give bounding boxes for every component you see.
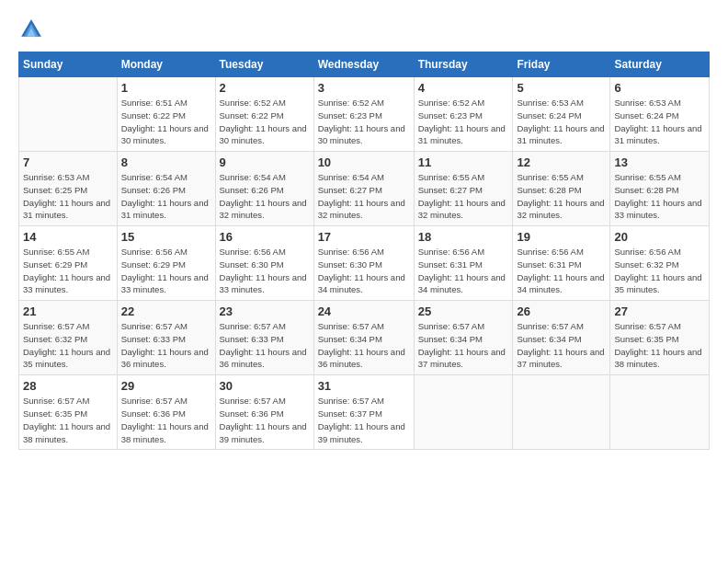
- calendar-cell: [610, 375, 710, 450]
- col-sunday: Sunday: [19, 52, 118, 77]
- day-info: Sunrise: 6:55 AMSunset: 6:28 PMDaylight:…: [614, 171, 705, 222]
- day-number: 13: [614, 155, 705, 169]
- day-info: Sunrise: 6:56 AMSunset: 6:29 PMDaylight:…: [121, 246, 211, 296]
- day-number: 1: [121, 81, 211, 95]
- day-info: Sunrise: 6:56 AMSunset: 6:31 PMDaylight:…: [418, 246, 509, 296]
- calendar-week-0: 1Sunrise: 6:51 AMSunset: 6:22 PMDaylight…: [19, 77, 710, 152]
- calendar-cell: 3Sunrise: 6:52 AMSunset: 6:23 PMDaylight…: [313, 77, 414, 152]
- calendar-cell: 26Sunrise: 6:57 AMSunset: 6:34 PMDayligh…: [513, 301, 610, 375]
- day-number: 31: [318, 379, 410, 393]
- day-info: Sunrise: 6:57 AMSunset: 6:36 PMDaylight:…: [121, 395, 211, 445]
- calendar-cell: 31Sunrise: 6:57 AMSunset: 6:37 PMDayligh…: [313, 375, 414, 450]
- calendar-cell: 8Sunrise: 6:54 AMSunset: 6:26 PMDaylight…: [117, 152, 215, 226]
- calendar-cell: 18Sunrise: 6:56 AMSunset: 6:31 PMDayligh…: [414, 226, 513, 301]
- day-number: 21: [23, 304, 113, 318]
- day-number: 2: [220, 81, 310, 95]
- calendar-cell: [19, 77, 118, 152]
- calendar-cell: 13Sunrise: 6:55 AMSunset: 6:28 PMDayligh…: [610, 152, 710, 226]
- calendar-cell: 23Sunrise: 6:57 AMSunset: 6:33 PMDayligh…: [215, 301, 313, 375]
- calendar-cell: 7Sunrise: 6:53 AMSunset: 6:25 PMDaylight…: [19, 152, 118, 226]
- calendar-table: Sunday Monday Tuesday Wednesday Thursday…: [18, 52, 710, 450]
- day-info: Sunrise: 6:52 AMSunset: 6:22 PMDaylight:…: [220, 97, 310, 147]
- day-number: 29: [121, 379, 211, 393]
- calendar-cell: 22Sunrise: 6:57 AMSunset: 6:33 PMDayligh…: [117, 301, 215, 375]
- day-number: 17: [318, 230, 410, 244]
- day-number: 30: [220, 379, 310, 393]
- calendar-cell: 16Sunrise: 6:56 AMSunset: 6:30 PMDayligh…: [215, 226, 313, 301]
- page: Sunday Monday Tuesday Wednesday Thursday…: [0, 0, 728, 563]
- col-wednesday: Wednesday: [313, 52, 414, 77]
- day-number: 14: [23, 230, 113, 244]
- calendar-week-1: 7Sunrise: 6:53 AMSunset: 6:25 PMDaylight…: [19, 152, 710, 226]
- calendar-cell: 14Sunrise: 6:55 AMSunset: 6:29 PMDayligh…: [19, 226, 118, 301]
- calendar-cell: 1Sunrise: 6:51 AMSunset: 6:22 PMDaylight…: [117, 77, 215, 152]
- day-info: Sunrise: 6:56 AMSunset: 6:30 PMDaylight:…: [220, 246, 310, 296]
- calendar-cell: 30Sunrise: 6:57 AMSunset: 6:36 PMDayligh…: [215, 375, 313, 450]
- calendar-cell: 9Sunrise: 6:54 AMSunset: 6:26 PMDaylight…: [215, 152, 313, 226]
- col-saturday: Saturday: [610, 52, 710, 77]
- day-info: Sunrise: 6:57 AMSunset: 6:36 PMDaylight:…: [220, 395, 310, 445]
- calendar-cell: 21Sunrise: 6:57 AMSunset: 6:32 PMDayligh…: [19, 301, 118, 375]
- day-number: 20: [614, 230, 705, 244]
- calendar-cell: 29Sunrise: 6:57 AMSunset: 6:36 PMDayligh…: [117, 375, 215, 450]
- day-number: 24: [318, 304, 410, 318]
- logo: [18, 17, 48, 42]
- day-info: Sunrise: 6:57 AMSunset: 6:35 PMDaylight:…: [614, 320, 705, 371]
- day-info: Sunrise: 6:57 AMSunset: 6:34 PMDaylight:…: [418, 320, 509, 371]
- day-number: 6: [614, 81, 705, 95]
- day-info: Sunrise: 6:55 AMSunset: 6:28 PMDaylight:…: [517, 171, 606, 222]
- day-info: Sunrise: 6:55 AMSunset: 6:29 PMDaylight:…: [23, 246, 113, 296]
- col-tuesday: Tuesday: [215, 52, 313, 77]
- day-number: 15: [121, 230, 211, 244]
- day-info: Sunrise: 6:53 AMSunset: 6:25 PMDaylight:…: [23, 171, 113, 222]
- calendar-cell: 17Sunrise: 6:56 AMSunset: 6:30 PMDayligh…: [313, 226, 414, 301]
- calendar-week-4: 28Sunrise: 6:57 AMSunset: 6:35 PMDayligh…: [19, 375, 710, 450]
- day-number: 16: [220, 230, 310, 244]
- day-number: 28: [23, 379, 113, 393]
- calendar-cell: 10Sunrise: 6:54 AMSunset: 6:27 PMDayligh…: [313, 152, 414, 226]
- calendar-cell: 4Sunrise: 6:52 AMSunset: 6:23 PMDaylight…: [414, 77, 513, 152]
- calendar-cell: 5Sunrise: 6:53 AMSunset: 6:24 PMDaylight…: [513, 77, 610, 152]
- day-number: 10: [318, 155, 410, 169]
- day-number: 4: [418, 81, 509, 95]
- day-number: 12: [517, 155, 606, 169]
- col-thursday: Thursday: [414, 52, 513, 77]
- calendar-cell: [513, 375, 610, 450]
- day-info: Sunrise: 6:57 AMSunset: 6:34 PMDaylight:…: [517, 320, 606, 371]
- day-info: Sunrise: 6:54 AMSunset: 6:27 PMDaylight:…: [318, 171, 410, 222]
- col-monday: Monday: [117, 52, 215, 77]
- day-info: Sunrise: 6:56 AMSunset: 6:32 PMDaylight:…: [614, 246, 705, 296]
- day-info: Sunrise: 6:51 AMSunset: 6:22 PMDaylight:…: [121, 97, 211, 147]
- calendar-cell: 24Sunrise: 6:57 AMSunset: 6:34 PMDayligh…: [313, 301, 414, 375]
- day-number: 9: [220, 155, 310, 169]
- calendar-week-2: 14Sunrise: 6:55 AMSunset: 6:29 PMDayligh…: [19, 226, 710, 301]
- day-number: 26: [517, 304, 606, 318]
- calendar-cell: 20Sunrise: 6:56 AMSunset: 6:32 PMDayligh…: [610, 226, 710, 301]
- calendar-cell: 12Sunrise: 6:55 AMSunset: 6:28 PMDayligh…: [513, 152, 610, 226]
- day-number: 27: [614, 304, 705, 318]
- day-number: 11: [418, 155, 509, 169]
- day-number: 23: [220, 304, 310, 318]
- calendar-cell: 6Sunrise: 6:53 AMSunset: 6:24 PMDaylight…: [610, 77, 710, 152]
- calendar-cell: 2Sunrise: 6:52 AMSunset: 6:22 PMDaylight…: [215, 77, 313, 152]
- day-info: Sunrise: 6:56 AMSunset: 6:30 PMDaylight:…: [318, 246, 410, 296]
- day-number: 22: [121, 304, 211, 318]
- header-row: Sunday Monday Tuesday Wednesday Thursday…: [19, 52, 710, 77]
- calendar-cell: 27Sunrise: 6:57 AMSunset: 6:35 PMDayligh…: [610, 301, 710, 375]
- day-info: Sunrise: 6:55 AMSunset: 6:27 PMDaylight:…: [418, 171, 509, 222]
- day-info: Sunrise: 6:57 AMSunset: 6:35 PMDaylight:…: [23, 395, 113, 445]
- day-info: Sunrise: 6:53 AMSunset: 6:24 PMDaylight:…: [517, 97, 606, 147]
- day-info: Sunrise: 6:52 AMSunset: 6:23 PMDaylight:…: [318, 97, 410, 147]
- calendar-cell: 19Sunrise: 6:56 AMSunset: 6:31 PMDayligh…: [513, 226, 610, 301]
- day-info: Sunrise: 6:57 AMSunset: 6:37 PMDaylight:…: [318, 395, 410, 445]
- day-info: Sunrise: 6:57 AMSunset: 6:33 PMDaylight:…: [121, 320, 211, 371]
- day-info: Sunrise: 6:53 AMSunset: 6:24 PMDaylight:…: [614, 97, 705, 147]
- day-info: Sunrise: 6:57 AMSunset: 6:34 PMDaylight:…: [318, 320, 410, 371]
- col-friday: Friday: [513, 52, 610, 77]
- day-number: 5: [517, 81, 606, 95]
- day-info: Sunrise: 6:52 AMSunset: 6:23 PMDaylight:…: [418, 97, 509, 147]
- day-number: 19: [517, 230, 606, 244]
- calendar-cell: 15Sunrise: 6:56 AMSunset: 6:29 PMDayligh…: [117, 226, 215, 301]
- day-info: Sunrise: 6:57 AMSunset: 6:32 PMDaylight:…: [23, 320, 113, 371]
- calendar-cell: 25Sunrise: 6:57 AMSunset: 6:34 PMDayligh…: [414, 301, 513, 375]
